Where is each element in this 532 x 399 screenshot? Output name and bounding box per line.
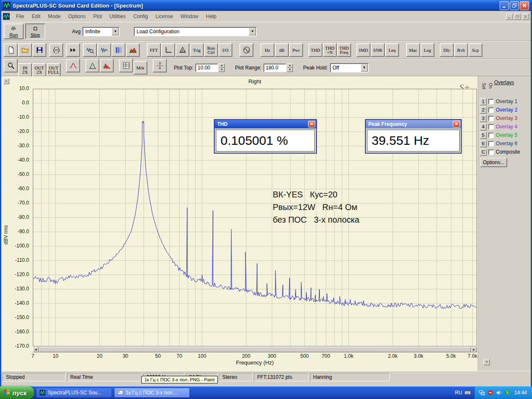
overlay-set-4[interactable]: 4 xyxy=(480,123,487,130)
play-files-button[interactable] xyxy=(66,43,80,57)
volume-icon[interactable] xyxy=(496,390,502,396)
menu-help[interactable]: Help xyxy=(202,12,221,21)
log-button[interactable]: Log xyxy=(420,43,434,57)
overlay-on-checkbox-C[interactable] xyxy=(488,149,494,155)
overlay-set-1[interactable]: 1 xyxy=(480,98,487,105)
thd-readout-window[interactable]: THD ✕ 0.105001 % xyxy=(214,119,317,154)
spectrum-child-icon[interactable] xyxy=(3,13,10,20)
overlay-on-checkbox-1[interactable] xyxy=(488,99,494,104)
scope-button[interactable]: Scp xyxy=(468,43,482,57)
new-document-button[interactable] xyxy=(4,43,18,57)
task-button-paint[interactable]: 1к Гц с ПОС 3-х пол.... xyxy=(114,388,190,398)
title-bar[interactable]: SpectraPLUS-SC Sound Card Edition - [Spe… xyxy=(1,0,531,11)
overlay-on-checkbox-2[interactable] xyxy=(488,107,494,113)
collapse-button[interactable]: ▪ xyxy=(3,78,9,84)
thd-n-button[interactable]: THD +N xyxy=(323,43,337,57)
expand-button[interactable]: + xyxy=(484,359,490,365)
overlay-set-C[interactable]: C xyxy=(480,149,487,156)
fft-settings-button[interactable]: FFT xyxy=(147,43,161,57)
language-indicator[interactable]: RU xyxy=(452,389,474,396)
run-button[interactable]: Run xyxy=(4,24,24,39)
zoom-out-full-button[interactable]: OUT FULL xyxy=(47,63,61,77)
overlays-options-button[interactable]: Options... xyxy=(480,158,507,167)
cursor-button[interactable] xyxy=(153,59,167,72)
menu-options[interactable]: Options xyxy=(64,12,89,21)
peak-frequency-titlebar[interactable]: Peak Frequency ✕ xyxy=(366,120,461,128)
start-button[interactable]: пуск xyxy=(0,386,34,399)
menu-file[interactable]: File xyxy=(12,12,28,21)
overlay-set-2[interactable]: 2 xyxy=(480,106,487,114)
spectrum-analyzer-button[interactable] xyxy=(83,43,97,57)
mac-button[interactable]: Mac xyxy=(406,43,420,57)
thd-button[interactable]: THD xyxy=(309,43,322,57)
marker-button[interactable]: Mrk xyxy=(133,61,147,74)
delay-button[interactable]: Dly xyxy=(440,43,454,57)
close-icon[interactable]: ✕ xyxy=(308,121,315,128)
scheduler-icon[interactable] xyxy=(504,390,510,396)
snr-button[interactable]: SNR xyxy=(371,43,385,57)
menu-edit[interactable]: Edit xyxy=(28,12,44,21)
io-device-button[interactable]: I/O xyxy=(218,43,232,57)
scroll-left-icon[interactable]: ◄ xyxy=(33,347,39,352)
spin-down-icon[interactable]: ▼ xyxy=(287,68,293,72)
overlay-on-checkbox-4[interactable] xyxy=(488,124,494,130)
scaling-button[interactable] xyxy=(161,43,175,57)
leq-button[interactable]: Leq xyxy=(385,43,399,57)
reverb-button[interactable]: Rvb xyxy=(454,43,468,57)
spin-up-icon[interactable]: ▲ xyxy=(287,64,293,68)
task-button-spectraplus[interactable]: SpectraPLUS-SC Sou... xyxy=(36,388,112,398)
save-button[interactable] xyxy=(32,43,46,57)
display-options-button[interactable] xyxy=(119,59,133,72)
security-icon[interactable] xyxy=(487,390,493,396)
overlay-on-checkbox-3[interactable] xyxy=(488,116,494,121)
weighting-button[interactable] xyxy=(176,43,189,57)
menu-utilities[interactable]: Utilities xyxy=(106,12,130,21)
scrollbar-thumb[interactable] xyxy=(39,347,471,352)
peak-hold-plot-button[interactable] xyxy=(66,59,80,72)
spin-down-icon[interactable]: ▼ xyxy=(218,68,225,72)
zoom-in-2x-button[interactable]: IN 2X xyxy=(18,63,32,77)
run-control-button[interactable]: Run Ctrl xyxy=(204,43,218,57)
overlay-on-checkbox-5[interactable] xyxy=(488,133,494,138)
time-series-button[interactable] xyxy=(97,43,111,57)
db-units-button[interactable]: dB xyxy=(275,43,289,57)
surface-plot-button[interactable] xyxy=(126,43,140,57)
scroll-right-icon[interactable]: ► xyxy=(471,347,477,352)
menu-plot[interactable]: Plot xyxy=(89,12,106,21)
hz-units-button[interactable]: Hz xyxy=(261,43,274,57)
thd-freq-button[interactable]: THD Freq xyxy=(337,43,351,57)
avg-select[interactable]: Infinite ▼ xyxy=(82,27,120,36)
menu-window[interactable]: Window xyxy=(177,12,202,21)
peak-hold-select[interactable]: Off ▼ xyxy=(330,63,369,72)
plot-top-input[interactable] xyxy=(195,64,218,72)
plot-top-spinner[interactable]: ▲▼ xyxy=(218,64,225,72)
bar-plot-button[interactable] xyxy=(100,59,114,72)
peak-frequency-readout-window[interactable]: Peak Frequency ✕ 39.551 Hz xyxy=(365,119,462,154)
load-configuration-select[interactable]: Load Configuration ▼ xyxy=(134,27,257,36)
overlay-set-6[interactable]: 6 xyxy=(480,140,487,147)
mdi-restore-button[interactable] xyxy=(514,13,521,20)
chevron-down-icon[interactable]: ▼ xyxy=(361,64,368,72)
plot-range-input[interactable] xyxy=(263,64,286,72)
restore-button[interactable] xyxy=(510,1,519,10)
open-file-button[interactable] xyxy=(18,43,32,57)
plot-range-spinner[interactable]: ▲▼ xyxy=(287,64,293,72)
imd-button[interactable]: IMD xyxy=(356,43,370,57)
chevron-down-icon[interactable]: ▼ xyxy=(249,28,256,35)
print-button[interactable] xyxy=(49,43,63,57)
spectrogram-button[interactable] xyxy=(112,43,125,57)
menu-config[interactable]: Config xyxy=(130,12,152,21)
zoom-button[interactable] xyxy=(4,59,18,72)
close-icon[interactable]: ✕ xyxy=(453,121,460,128)
chevron-down-icon[interactable]: ▼ xyxy=(112,28,119,35)
overlay-set-3[interactable]: 3 xyxy=(480,115,487,122)
network-icon[interactable] xyxy=(479,390,485,396)
plot-hscrollbar[interactable]: ◄ ► xyxy=(33,347,477,352)
minimize-button[interactable] xyxy=(500,1,509,10)
power-units-button[interactable]: Pwr xyxy=(289,43,303,57)
menu-license[interactable]: License xyxy=(152,12,176,21)
trigger-button[interactable]: Trig xyxy=(190,43,204,57)
stop-button[interactable]: Stop xyxy=(25,24,45,39)
signal-generator-button[interactable] xyxy=(239,43,253,57)
spin-up-icon[interactable]: ▲ xyxy=(218,64,225,68)
